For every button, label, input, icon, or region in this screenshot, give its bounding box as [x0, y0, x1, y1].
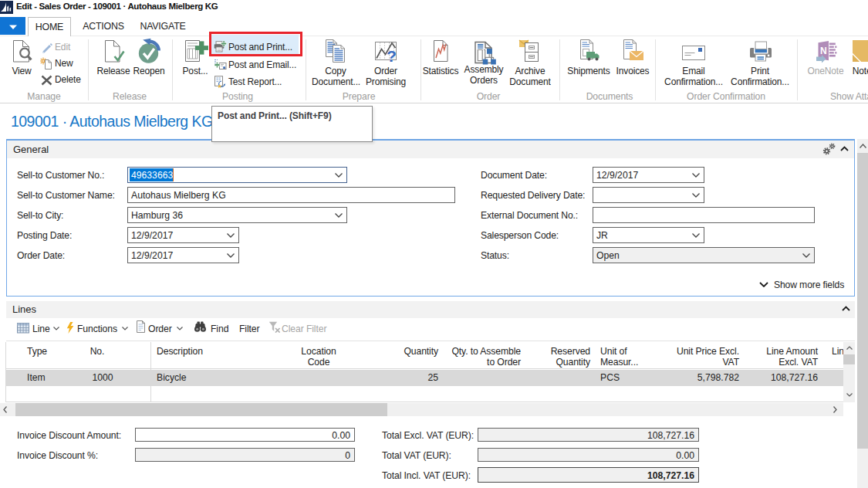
svg-text:?: ?: [387, 47, 397, 63]
svg-text:N: N: [820, 46, 827, 56]
